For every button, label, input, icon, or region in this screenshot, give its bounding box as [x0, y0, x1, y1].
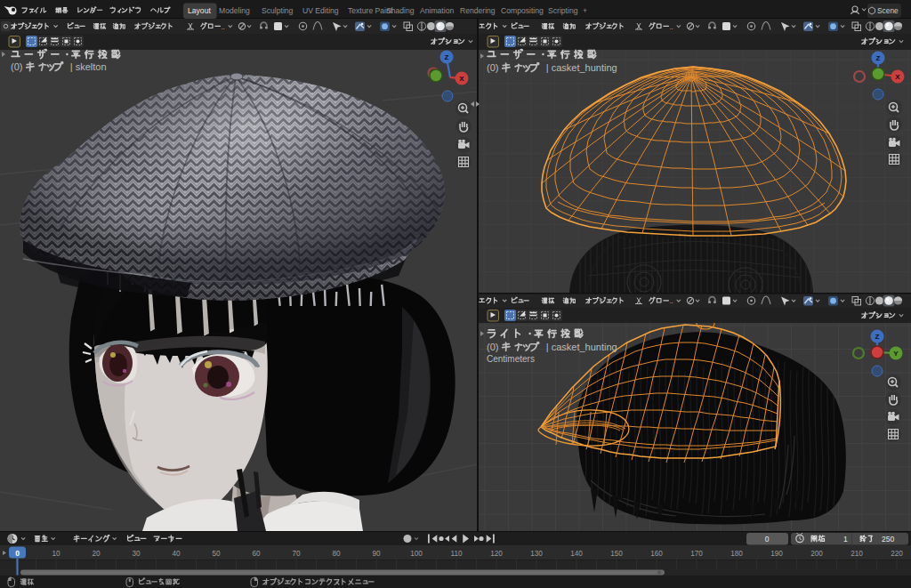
svg-text:10: 10 — [52, 550, 60, 558]
svg-text:X: X — [459, 75, 464, 83]
svg-text:0: 0 — [15, 549, 20, 558]
svg-text:Z: Z — [875, 333, 880, 341]
svg-text:250: 250 — [882, 535, 894, 544]
svg-text:150: 150 — [610, 550, 623, 558]
svg-text:(0): (0) — [487, 342, 498, 352]
svg-text:UV Editing: UV Editing — [302, 6, 339, 15]
svg-text:130: 130 — [530, 550, 543, 558]
svg-text:80: 80 — [332, 550, 341, 558]
svg-text:1: 1 — [843, 535, 848, 544]
svg-text:40: 40 — [172, 550, 181, 558]
svg-text:..: .. — [222, 23, 225, 31]
svg-text:20: 20 — [92, 550, 101, 558]
svg-text:180: 180 — [730, 550, 743, 558]
svg-text:+: + — [583, 6, 587, 15]
svg-text:Y: Y — [893, 350, 899, 358]
svg-text:Layout: Layout — [188, 6, 211, 15]
svg-text:Centimeters: Centimeters — [487, 354, 535, 364]
svg-text:(0): (0) — [11, 61, 22, 72]
svg-text:Animation: Animation — [420, 6, 454, 15]
svg-text:190: 190 — [770, 550, 783, 558]
svg-text:Scripting: Scripting — [548, 6, 578, 15]
svg-text:Modeling: Modeling — [219, 6, 250, 15]
svg-text:100: 100 — [410, 550, 423, 558]
svg-text:140: 140 — [570, 550, 583, 558]
svg-text:Sculpting: Sculpting — [262, 6, 294, 15]
svg-text:Shading: Shading — [386, 6, 415, 15]
svg-text:Rendering: Rendering — [460, 6, 496, 15]
svg-text:200: 200 — [810, 550, 823, 558]
svg-text:30: 30 — [132, 550, 141, 558]
svg-text:| casket_hunting: | casket_hunting — [546, 62, 617, 73]
svg-text:90: 90 — [372, 550, 381, 558]
svg-text:| casket_hunting: | casket_hunting — [546, 342, 617, 352]
svg-text:120: 120 — [490, 550, 503, 558]
svg-text:70: 70 — [292, 550, 301, 558]
svg-text:| skelton: | skelton — [70, 61, 107, 72]
svg-text:X: X — [895, 73, 900, 81]
svg-text:..: .. — [670, 23, 673, 31]
svg-text:..: .. — [670, 297, 673, 305]
svg-text:210: 210 — [851, 550, 863, 558]
svg-text:170: 170 — [690, 550, 703, 558]
svg-text:Z: Z — [876, 54, 881, 62]
svg-text:50: 50 — [212, 550, 221, 558]
svg-text:Z: Z — [445, 53, 449, 61]
svg-text:110: 110 — [450, 550, 462, 558]
svg-text:60: 60 — [252, 550, 261, 558]
svg-text:160: 160 — [650, 550, 663, 558]
svg-text:(0): (0) — [487, 62, 498, 73]
svg-text:0: 0 — [765, 535, 770, 544]
svg-text:Scene: Scene — [877, 6, 899, 15]
svg-text:Compositing: Compositing — [501, 6, 544, 15]
svg-text:220: 220 — [891, 550, 903, 558]
